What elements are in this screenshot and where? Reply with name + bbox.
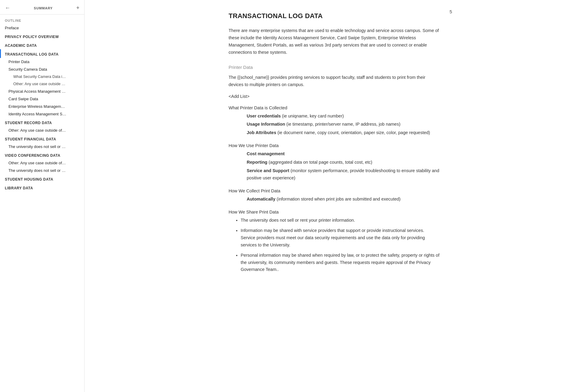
sidebar-item-other-any-use-case[interactable]: Other: Any use case outside … [0, 80, 84, 88]
how-collect-item: Automatically (information stored when p… [229, 196, 440, 203]
page-container: 5 TRANSACTIONAL LOG DATA There are many … [210, 0, 458, 304]
sidebar-item-what-security-camera[interactable]: What Security Camera Data i… [0, 73, 84, 80]
page-number: 5 [450, 9, 452, 14]
add-section-button[interactable]: + [76, 5, 79, 11]
sidebar-item-printer-data[interactable]: Printer Data [0, 58, 84, 66]
sidebar-item-security-camera-data[interactable]: Security Camera Data [0, 66, 84, 73]
how-use-item: Reporting (aggregated data on total page… [229, 159, 440, 166]
doc-title: TRANSACTIONAL LOG DATA [229, 12, 440, 20]
summary-label: SUMMARY [34, 6, 53, 10]
sidebar-item-other-use-case-video[interactable]: Other: Any use case outside of… [0, 159, 84, 167]
how-share-section: How We Share Print Data The university d… [229, 210, 440, 273]
intro-paragraph: There are many enterprise systems that a… [229, 27, 440, 56]
sidebar-item-univ-sell-video[interactable]: The university does not sell or … [0, 167, 84, 174]
share-bullet-item: Personal information may be shared when … [241, 252, 440, 274]
printer-data-item: Job Attributes (ie document name, copy c… [229, 129, 440, 137]
how-collect-title: How We Collect Print Data [229, 188, 440, 193]
sidebar-item-student-financial-data[interactable]: STUDENT FINANCIAL DATA [0, 134, 84, 143]
sidebar-item-library-data[interactable]: LIBRARY DATA [0, 183, 84, 192]
sidebar-item-academic-data[interactable]: ACADEMIC DATA [0, 40, 84, 49]
sidebar-item-transactional-log-data[interactable]: TRANSACTIONAL LOG DATA [0, 49, 84, 58]
how-share-title: How We Share Print Data [229, 210, 440, 214]
sidebar-item-physical-access[interactable]: Physical Access Management … [0, 88, 84, 95]
sidebar-item-enterprise-wireless[interactable]: Enterprise Wireless Managem… [0, 103, 84, 110]
printer-data-section: Printer Data The {{school_name}} provide… [229, 65, 440, 99]
how-use-item: Cost management [229, 150, 440, 158]
what-printer-title: What Printer Data is Collected [229, 105, 440, 110]
printer-data-subtitle: Printer Data [229, 65, 440, 70]
printer-items-list: User credentials (ie uniqname, key card … [229, 113, 440, 137]
sidebar-item-other-use-case-student[interactable]: Other: Any use case outside of… [0, 127, 84, 134]
outline-label: OUTLINE [0, 14, 84, 24]
sidebar: ← SUMMARY + OUTLINE PrefacePRIVACY POLIC… [0, 0, 85, 392]
nav-list: PrefacePRIVACY POLICY OVERVIEWACADEMIC D… [0, 24, 84, 192]
sidebar-item-video-conferencing[interactable]: VIDEO CONFERENCING DATA [0, 150, 84, 159]
share-bullet-item: The university does not sell or rent you… [241, 217, 440, 224]
how-collect-items-list: Automatically (information stored when p… [229, 196, 440, 203]
back-button[interactable]: ← [5, 5, 10, 11]
sidebar-item-preface[interactable]: Preface [0, 24, 84, 32]
share-bullet-item: Information may be shared with service p… [241, 227, 440, 249]
sidebar-item-univ-sell-financial[interactable]: The university does not sell or … [0, 143, 84, 150]
how-use-items-list: Cost managementReporting (aggregated dat… [229, 150, 440, 182]
sidebar-item-student-record-data[interactable]: STUDENT RECORD DATA [0, 118, 84, 127]
how-collect-section: How We Collect Print Data Automatically … [229, 188, 440, 203]
how-use-printer-section: How We Use Printer Data Cost managementR… [229, 143, 440, 182]
sidebar-top: ← SUMMARY + [0, 0, 84, 14]
sidebar-item-privacy-policy-overview[interactable]: PRIVACY POLICY OVERVIEW [0, 32, 84, 40]
printer-data-item: Usage Information (ie timestamp, printer… [229, 121, 440, 128]
sidebar-item-identity-access[interactable]: Identity Access Management S… [0, 110, 84, 118]
main-content: 5 TRANSACTIONAL LOG DATA There are many … [85, 0, 584, 392]
sidebar-item-card-swipe-data[interactable]: Card Swipe Data [0, 95, 84, 103]
add-list: <Add List> [229, 94, 440, 99]
how-use-item: Service and Support (monitor system perf… [229, 167, 440, 182]
how-share-bullets: The university does not sell or rent you… [229, 217, 440, 273]
printer-data-desc: The {{school_name}} provides printing se… [229, 74, 440, 88]
printer-data-item: User credentials (ie uniqname, key card … [229, 113, 440, 120]
sidebar-item-student-housing-data[interactable]: STUDENT HOUSING DATA [0, 174, 84, 183]
how-use-printer-title: How We Use Printer Data [229, 143, 440, 148]
what-printer-collected-section: What Printer Data is Collected User cred… [229, 105, 440, 137]
